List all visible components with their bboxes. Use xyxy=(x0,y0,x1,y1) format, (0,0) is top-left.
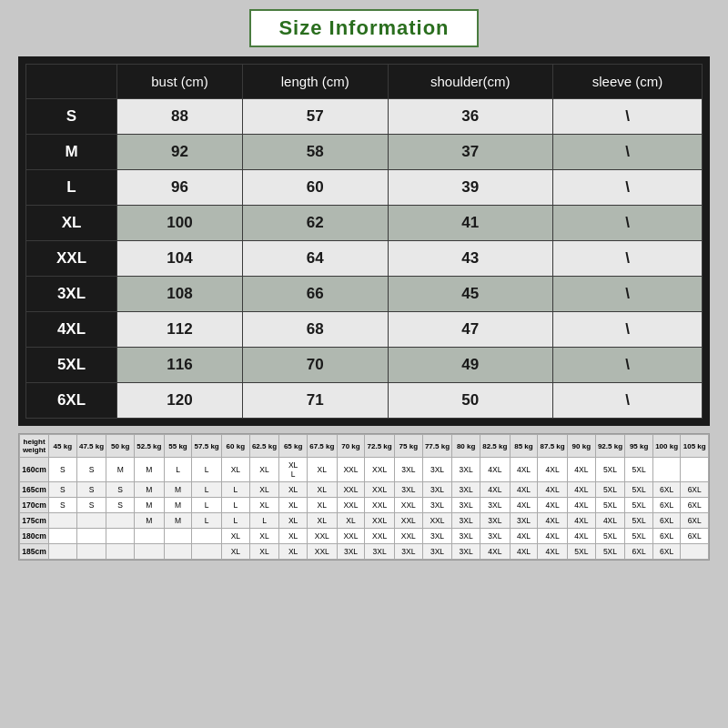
ref-height-cell: 175cm xyxy=(20,513,49,529)
table-row: M925837\ xyxy=(26,135,703,170)
ref-size-cell xyxy=(106,544,135,560)
ref-size-cell: 6XL xyxy=(681,482,709,498)
ref-weight-header: 55 kg xyxy=(164,435,192,458)
ref-size-cell: S xyxy=(49,458,77,482)
ref-size-cell: 5XL xyxy=(595,544,625,560)
ref-size-cell: L xyxy=(164,458,192,482)
ref-weight-header: 67.5 kg xyxy=(307,435,337,458)
header-bust: bust (cm) xyxy=(117,65,243,99)
ref-weight-header: 45 kg xyxy=(49,435,77,458)
ref-size-cell: 3XL xyxy=(452,513,480,529)
ref-size-cell: S xyxy=(76,482,106,498)
ref-size-cell xyxy=(652,458,681,482)
ref-size-cell: 6XL xyxy=(681,498,709,513)
ref-size-cell: XL xyxy=(279,544,308,560)
ref-size-cell: XXL xyxy=(365,513,395,529)
ref-size-cell: 6XL xyxy=(681,529,709,544)
shoulder-cell: 50 xyxy=(388,383,552,419)
ref-size-cell: XXL xyxy=(365,458,395,482)
length-cell: 68 xyxy=(242,312,388,348)
length-cell: 70 xyxy=(242,348,388,383)
ref-weight-header: 60 kg xyxy=(222,435,250,458)
header-length: length (cm) xyxy=(242,65,388,99)
ref-size-cell: 3XL xyxy=(422,544,452,560)
ref-size-cell: S xyxy=(49,482,77,498)
ref-size-cell xyxy=(76,529,106,544)
ref-table-row: 170cmSSSMMLLXLXLXLXXLXXLXXL3XL3XL3XL4XL4… xyxy=(20,498,709,513)
ref-size-cell: 5XL xyxy=(595,482,625,498)
ref-size-cell: 3XL xyxy=(452,544,480,560)
shoulder-cell: 49 xyxy=(388,348,552,383)
ref-size-cell: S xyxy=(76,458,106,482)
ref-size-cell: XL xyxy=(249,498,279,513)
ref-size-cell: XL xyxy=(307,513,337,529)
ref-size-cell: XXL xyxy=(365,482,395,498)
ref-size-cell xyxy=(164,529,192,544)
ref-size-cell: XL xyxy=(279,513,308,529)
length-cell: 66 xyxy=(242,277,388,312)
table-row: 6XL1207150\ xyxy=(26,383,703,419)
ref-size-cell: L xyxy=(192,482,222,498)
ref-size-cell: 4XL xyxy=(538,482,568,498)
size-cell: L xyxy=(26,170,117,206)
bust-cell: 92 xyxy=(117,135,243,170)
ref-table-row: 175cmMMLLLXLXLXLXXLXXLXXL3XL3XL3XL4XL4XL… xyxy=(20,513,709,529)
shoulder-cell: 36 xyxy=(388,99,552,135)
ref-size-cell: 5XL xyxy=(568,544,596,560)
ref-size-cell: 6XL xyxy=(652,544,681,560)
main-size-table: bust (cm) length (cm) shoulder(cm) sleev… xyxy=(25,64,703,419)
ref-size-cell: L xyxy=(192,498,222,513)
ref-size-cell: XL xyxy=(279,529,308,544)
page-wrapper: Size Information bust (cm) length (cm) s… xyxy=(0,0,728,728)
ref-weight-header: 72.5 kg xyxy=(365,435,395,458)
ref-size-cell: XL xyxy=(279,482,308,498)
ref-size-cell: XXL xyxy=(365,529,395,544)
ref-size-cell: XL xyxy=(222,544,250,560)
ref-size-cell: 4XL xyxy=(480,544,510,560)
header-shoulder: shoulder(cm) xyxy=(388,65,552,99)
ref-size-cell: L xyxy=(222,482,250,498)
ref-size-cell: 3XL xyxy=(510,513,538,529)
ref-size-cell: 3XL xyxy=(452,498,480,513)
ref-weight-header: 50 kg xyxy=(106,435,135,458)
ref-size-cell: S xyxy=(76,498,106,513)
shoulder-cell: 37 xyxy=(388,135,552,170)
ref-size-cell xyxy=(76,544,106,560)
ref-size-cell: M xyxy=(134,513,164,529)
ref-size-cell: 4XL xyxy=(568,498,596,513)
ref-size-cell: S xyxy=(49,498,77,513)
table-row: S885736\ xyxy=(26,99,703,135)
ref-size-cell: M xyxy=(134,458,164,482)
ref-size-cell: 4XL xyxy=(568,482,596,498)
ref-weight-header: 95 kg xyxy=(625,435,653,458)
sleeve-cell: \ xyxy=(552,206,702,241)
ref-size-cell: 3XL xyxy=(422,529,452,544)
ref-size-cell: XXL xyxy=(395,513,423,529)
title-container: Size Information xyxy=(249,9,478,47)
ref-size-cell: 3XL xyxy=(422,498,452,513)
ref-size-cell: 5XL xyxy=(595,529,625,544)
ref-size-cell: 3XL xyxy=(480,498,510,513)
ref-size-cell: 4XL xyxy=(595,513,625,529)
ref-size-cell: 4XL xyxy=(510,498,538,513)
ref-size-cell: XXL xyxy=(337,458,365,482)
ref-size-cell: 4XL xyxy=(510,529,538,544)
ref-size-cell: 4XL xyxy=(568,529,596,544)
ref-height-cell: 170cm xyxy=(20,498,49,513)
ref-size-cell: 5XL xyxy=(625,498,653,513)
ref-size-cell xyxy=(134,544,164,560)
size-cell: M xyxy=(26,135,117,170)
ref-size-cell: S xyxy=(106,482,135,498)
ref-size-cell: L xyxy=(222,498,250,513)
length-cell: 58 xyxy=(242,135,388,170)
sleeve-cell: \ xyxy=(552,383,702,419)
ref-size-cell xyxy=(49,529,77,544)
ref-size-cell: 3XL xyxy=(365,544,395,560)
ref-size-cell: M xyxy=(164,498,192,513)
ref-size-cell: 3XL xyxy=(480,513,510,529)
table-row: L966039\ xyxy=(26,170,703,206)
ref-size-cell: 6XL xyxy=(652,498,681,513)
ref-table-row: 180cmXLXLXLXXLXXLXXLXXL3XL3XL3XL4XL4XL4X… xyxy=(20,529,709,544)
ref-size-cell: M xyxy=(164,482,192,498)
ref-weight-header: 75 kg xyxy=(395,435,423,458)
